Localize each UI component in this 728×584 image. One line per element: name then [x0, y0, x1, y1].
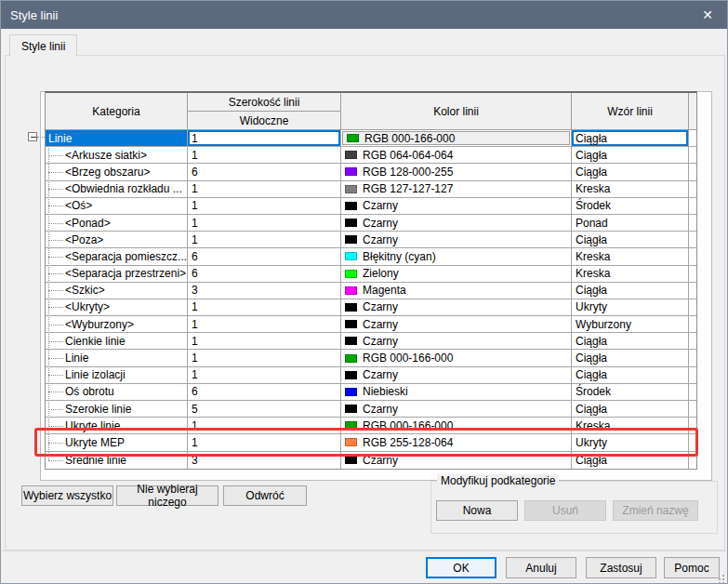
width-cell[interactable]: 1: [188, 418, 341, 433]
category-cell[interactable]: Ukryte linie: [46, 418, 188, 433]
pattern-cell[interactable]: Kreska: [572, 181, 689, 197]
width-cell[interactable]: 6: [188, 248, 341, 264]
category-cell[interactable]: <Obwiednia rozkładu ...: [46, 181, 188, 197]
pattern-cell[interactable]: Ciągła: [572, 232, 689, 247]
pattern-cell[interactable]: Kreska: [572, 266, 689, 282]
width-cell[interactable]: 1: [188, 316, 341, 332]
width-cell[interactable]: 1: [188, 130, 341, 146]
select-none-button[interactable]: Nie wybieraj niczego: [116, 485, 218, 506]
new-subcategory-button[interactable]: Nowa: [436, 500, 518, 521]
color-cell[interactable]: Czarny: [341, 215, 572, 231]
table-row[interactable]: <Szkic> 3 Magenta Ciągła: [46, 283, 696, 299]
color-cell[interactable]: RGB 000-166-000: [341, 418, 572, 433]
pattern-cell[interactable]: Wyburzony: [572, 316, 689, 332]
category-cell[interactable]: <Separacja przestrzeni>: [46, 266, 188, 282]
width-cell[interactable]: 1: [188, 147, 341, 163]
color-cell[interactable]: Czarny: [341, 333, 572, 349]
table-row[interactable]: <Obwiednia rozkładu ... 1 RGB 127-127-12…: [46, 181, 696, 198]
table-row[interactable]: Cienkie linie 1 Czarny Ciągła: [46, 333, 696, 350]
help-button[interactable]: Pomoc: [664, 557, 720, 578]
category-cell[interactable]: <Wyburzony>: [46, 316, 188, 332]
color-cell[interactable]: Czarny: [341, 198, 572, 214]
rename-subcategory-button[interactable]: Zmień nazwę: [613, 500, 698, 521]
pattern-cell[interactable]: Ciągła: [572, 401, 689, 417]
cancel-button[interactable]: Anuluj: [506, 557, 576, 578]
pattern-cell[interactable]: Ciągła: [572, 283, 689, 299]
width-cell[interactable]: 3: [188, 283, 341, 299]
color-cell[interactable]: Czarny: [341, 452, 572, 469]
table-row[interactable]: Oś obrotu 6 Niebieski Środek: [46, 384, 696, 401]
select-all-button[interactable]: Wybierz wszystko: [21, 485, 113, 506]
table-row[interactable]: <Arkusze siatki> 1 RGB 064-064-064 Ciągł…: [46, 147, 696, 164]
pattern-cell[interactable]: Ukryty: [572, 434, 689, 450]
width-cell[interactable]: 1: [188, 350, 341, 365]
width-cell[interactable]: 1: [188, 333, 341, 349]
pattern-cell[interactable]: Środek: [572, 198, 689, 214]
color-cell[interactable]: Czarny: [341, 232, 572, 247]
color-cell[interactable]: Czarny: [341, 316, 572, 332]
pattern-cell[interactable]: Ciągła: [572, 350, 689, 365]
color-cell[interactable]: RGB 000-166-000: [341, 350, 572, 365]
table-row[interactable]: <Brzeg obszaru> 6 RGB 128-000-255 Ciągła: [46, 164, 696, 180]
category-cell[interactable]: Ukryte MEP: [46, 434, 188, 450]
tree-collapse-icon[interactable]: [28, 132, 37, 141]
category-cell[interactable]: Linie izolacji: [46, 367, 188, 383]
width-cell[interactable]: 5: [188, 401, 341, 417]
category-cell[interactable]: <Ukryty>: [46, 299, 188, 315]
col-header-kategoria[interactable]: Kategoria: [46, 93, 188, 129]
ok-button[interactable]: OK: [426, 557, 496, 578]
width-cell[interactable]: 6: [188, 266, 341, 282]
category-cell[interactable]: Linie: [46, 130, 188, 146]
color-cell[interactable]: RGB 064-064-064: [341, 147, 572, 163]
pattern-cell[interactable]: Ciągła: [572, 452, 689, 469]
table-row[interactable]: <Wyburzony> 1 Czarny Wyburzony: [46, 316, 696, 333]
width-cell[interactable]: 1: [188, 198, 341, 214]
category-cell[interactable]: <Szkic>: [46, 283, 188, 299]
color-cell[interactable]: Czarny: [341, 401, 572, 417]
table-row[interactable]: <Oś> 1 Czarny Środek: [46, 198, 696, 215]
category-cell[interactable]: Oś obrotu: [46, 384, 188, 400]
color-cell[interactable]: Niebieski: [341, 384, 572, 400]
col-header-wzor[interactable]: Wzór linii: [572, 93, 689, 129]
category-cell[interactable]: Szerokie linie: [46, 401, 188, 417]
col-header-kolor[interactable]: Kolor linii: [341, 93, 572, 129]
width-cell[interactable]: 1: [188, 232, 341, 247]
color-cell[interactable]: Błękitny (cyan): [341, 248, 572, 264]
color-cell[interactable]: Czarny: [341, 299, 572, 315]
color-cell[interactable]: RGB 128-000-255: [341, 164, 572, 179]
category-cell[interactable]: <Separacja pomieszcz...: [46, 248, 188, 264]
color-cell[interactable]: RGB 000-166-000: [341, 130, 572, 146]
category-cell[interactable]: <Arkusze siatki>: [46, 147, 188, 163]
table-row[interactable]: Ukryte linie 1 RGB 000-166-000 Kreska: [46, 418, 696, 434]
pattern-cell[interactable]: Kreska: [572, 418, 689, 433]
color-cell[interactable]: Zielony: [341, 266, 572, 282]
tab-style-linii[interactable]: Style linii: [9, 34, 77, 57]
width-cell[interactable]: 1: [188, 367, 341, 383]
table-row[interactable]: Szerokie linie 5 Czarny Ciągła: [46, 401, 696, 418]
width-cell[interactable]: 6: [188, 384, 341, 400]
col-header-szerokosc[interactable]: Szerokość linii Widoczne: [188, 93, 341, 129]
category-cell[interactable]: Srednie linie: [46, 452, 188, 469]
color-cell[interactable]: RGB 127-127-127: [341, 181, 572, 197]
table-row[interactable]: <Separacja przestrzeni> 6 Zielony Kreska: [46, 266, 696, 283]
pattern-cell[interactable]: Ukryty: [572, 299, 689, 315]
width-cell[interactable]: 1: [188, 215, 341, 231]
width-cell[interactable]: 1: [188, 299, 341, 315]
color-cell[interactable]: Magenta: [341, 283, 572, 299]
pattern-cell[interactable]: Ciągła: [572, 333, 689, 349]
delete-subcategory-button[interactable]: Usuń: [524, 500, 606, 521]
pattern-cell[interactable]: Ciągła: [572, 147, 689, 163]
table-row[interactable]: Linie izolacji 1 Czarny Ciągła: [46, 367, 696, 384]
width-cell[interactable]: 1: [188, 434, 341, 450]
pattern-cell[interactable]: Ciągła: [572, 164, 689, 179]
category-cell[interactable]: Cienkie linie: [46, 333, 188, 349]
table-row[interactable]: <Ponad> 1 Czarny Ponad: [46, 215, 696, 232]
category-cell[interactable]: <Brzeg obszaru>: [46, 164, 188, 179]
category-cell[interactable]: <Poza>: [46, 232, 188, 247]
color-cell[interactable]: RGB 255-128-064: [341, 434, 572, 450]
width-cell[interactable]: 3: [188, 452, 341, 469]
table-row[interactable]: <Poza> 1 Czarny Ciągła: [46, 232, 696, 248]
close-button[interactable]: ✕: [688, 1, 727, 29]
pattern-cell[interactable]: Środek: [572, 384, 689, 400]
category-cell[interactable]: Linie: [46, 350, 188, 365]
